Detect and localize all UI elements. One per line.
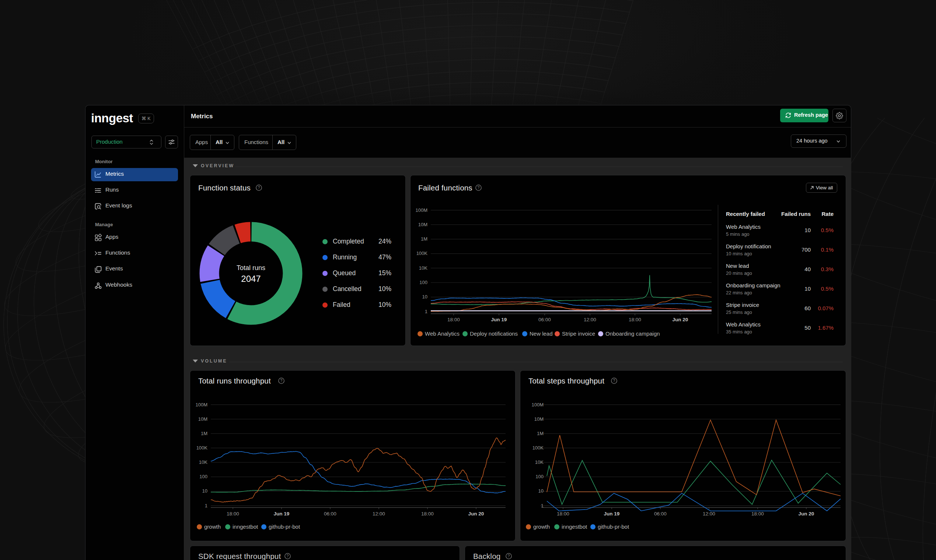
svg-text:10: 10 xyxy=(538,488,543,494)
svg-text:100: 100 xyxy=(536,474,543,479)
svg-text:12:00: 12:00 xyxy=(703,511,715,517)
svg-text:06:00: 06:00 xyxy=(654,511,667,517)
svg-text:Jun 19: Jun 19 xyxy=(604,511,620,517)
svg-text:?: ? xyxy=(508,554,510,558)
svg-text:100M: 100M xyxy=(531,402,543,408)
svg-text:10M: 10M xyxy=(534,416,543,422)
svg-text:18:00: 18:00 xyxy=(557,511,570,517)
svg-text:1M: 1M xyxy=(537,431,543,436)
svg-text:Jun 20: Jun 20 xyxy=(799,511,814,517)
svg-text:10K: 10K xyxy=(535,459,543,465)
svg-text:100K: 100K xyxy=(533,445,544,451)
svg-text:18:00: 18:00 xyxy=(751,511,764,517)
svg-text:?: ? xyxy=(287,554,289,558)
